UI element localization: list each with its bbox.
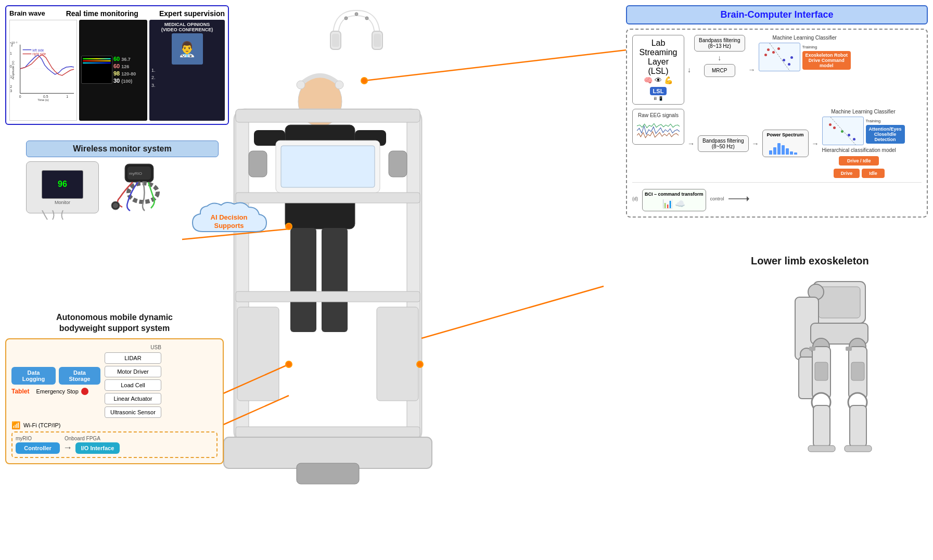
lsl-box: Lab StreamingLayer (LSL) 🧠 👁 💪 LSL 🖥 📱 [632,35,684,105]
attention-btn: Attention/EyesClose/IdleDetection [866,125,905,144]
controller-btn[interactable]: Controller [16,442,60,454]
ml-classifier-1: Machine Learning Classifier [759,35,851,71]
svg-line-25 [364,49,631,81]
svg-rect-82 [846,347,852,351]
wireless-monitor-title: Wireless monitor system [26,141,219,157]
svg-rect-3 [355,130,386,146]
wifi-row: 📶 Wi-Fi (TCP/IP) [11,421,218,429]
bci-transform-icons: 📊 ☁️ [645,199,704,209]
orange-dot-head [361,77,368,84]
svg-marker-61 [747,196,749,201]
svg-text:×10⁻³: ×10⁻³ [10,41,17,44]
ai-cloud-section: AI Decision Supports [187,198,271,247]
medical-opinions-title: MEDICAL OPINIONS(VIDEO CONFERENCE) [151,22,223,32]
hierarchical-model: Hierarchical classification model Drive … [822,147,896,178]
io-interface-btn[interactable]: I/O Interface [75,442,120,454]
myrio-inner: Controller → I/O Interface [16,442,213,454]
cables-img: myRIO [104,161,172,213]
svg-point-0 [298,77,342,126]
svg-rect-79 [815,362,828,380]
drive-idle-btn: Drive / Idle [839,156,879,166]
cloud-icon: ☁️ [675,199,685,209]
svg-text:myRIO: myRIO [129,171,142,176]
svg-rect-17 [276,141,380,193]
svg-point-89 [365,17,368,20]
svg-rect-84 [332,34,339,47]
drive-btn: Drive [834,169,860,178]
myrio-label: myRIO [16,436,32,441]
wifi-icon: 📶 [11,421,20,429]
filter-mrcp-col: Bandpass filtering(8~13 Hz) ↓ MRCP [694,35,745,77]
power-spectrum-box: Power Spectrum [762,130,809,157]
svg-point-24 [335,81,343,89]
bci-section: Brain-Computer Interface Lab StreamingLa… [626,5,928,218]
autonomous-diagram: Data Logging Data Storage Tablet Emergen… [5,338,224,464]
usb-label: USB [105,345,161,350]
eeg-waves [637,120,680,141]
monitor-screen: 96 [42,170,83,199]
svg-point-13 [239,439,271,451]
svg-text:left side: left side [32,48,44,52]
lsl-title: Lab StreamingLayer (LSL) [637,39,680,76]
svg-rect-77 [808,446,835,452]
svg-rect-12 [236,427,420,437]
brainwave-title: Brain wave [9,9,45,18]
svg-rect-6 [234,109,421,442]
expert-panel: MEDICAL OPINIONS(VIDEO CONFERENCE) 👨‍⚕️ … [149,20,225,121]
data-logging-btn[interactable]: Data Logging [11,367,56,385]
svg-text:Time (s): Time (s) [37,98,48,101]
svg-rect-76 [850,405,866,447]
svg-rect-81 [809,347,815,351]
scatter-plot-1 [759,43,800,71]
arrow-eeg-filter: → [687,139,695,148]
ml2-hier-col: Machine Learning Classifier [822,109,905,178]
hier-title: Hierarchical classification model [822,147,896,153]
fpga-section: myRIO Onboard FPGA Controller → I/O Inte… [11,431,218,458]
eeg-box: Raw EEG signals [632,109,684,145]
svg-rect-78 [845,446,872,452]
svg-text:-2: -2 [10,85,12,88]
svg-point-53 [129,183,158,202]
cloud-svg: AI Decision Supports [187,198,271,245]
svg-line-29 [219,396,289,427]
svg-rect-63 [819,287,860,318]
arrow-right: → [63,442,72,453]
brainwave-chart: 2 1 0 -1 -2 -3 0 0.5 1 Amplitude (V) Tim… [9,20,77,121]
power-spectrum-label: Power Spectrum [767,132,804,137]
scatter-plot-2 [822,117,864,145]
svg-text:AI Decision: AI Decision [211,213,248,221]
ml-title-2: Machine Learning Classifier [822,109,905,114]
data-storage-btn[interactable]: Data Storage [59,367,100,385]
svg-rect-2 [254,130,285,146]
svg-text:Amplitude (V): Amplitude (V) [11,61,15,80]
monitor-device-img: 96 Monitor [26,161,99,213]
svg-line-59 [830,117,857,145]
emergency-red-dot[interactable] [81,388,88,395]
svg-rect-5 [322,228,348,332]
svg-rect-86 [374,34,381,47]
right-components: USB LIDAR Motor Driver Load Cell Linear … [105,345,161,418]
emergency-stop-label: Emergency Stop [36,388,78,394]
arrow-mrcp-ml: → [748,66,756,74]
svg-rect-8 [407,109,420,437]
onboard-fpga-label: Onboard FPGA [65,436,100,441]
drive-idle-row: Drive Idle [822,169,896,178]
eeg-headset-svg [328,8,385,60]
top-monitoring-box: Brain wave Real time monitoring Expert s… [5,5,229,125]
d-label: (d) [632,196,638,201]
emergency-stop-area: Tablet Emergency Stop [11,388,100,395]
svg-point-14 [385,439,416,451]
svg-line-58 [770,43,790,71]
autonomous-title: Autonomous mobile dynamic bodyweight sup… [5,312,224,334]
ultrasonic-sensor-item: Ultrasonic Sensor [105,406,161,418]
exo-cmd-btn: Exoskeleton RobotDrive Commandmodel [802,51,851,70]
svg-rect-20 [377,307,418,401]
svg-point-87 [344,17,348,20]
realtime-title: Real time monitoring [66,9,138,18]
exo-title: Lower limb exoskeleton [751,255,928,267]
svg-rect-7 [236,109,249,437]
lidar-item: LIDAR [105,352,161,364]
bci-diagram: Lab StreamingLayer (LSL) 🧠 👁 💪 LSL 🖥 📱 ↓… [626,29,928,218]
tablet-section: Data Logging Data Storage Tablet Emergen… [11,367,100,395]
svg-line-28 [421,286,604,338]
